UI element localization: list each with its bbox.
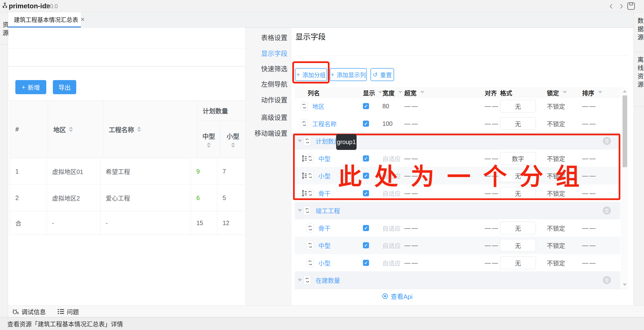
format-select[interactable]: 无 — [500, 187, 536, 200]
filter-caret-icon[interactable] — [563, 91, 567, 93]
sort-icon[interactable] — [231, 142, 235, 148]
visible-checkbox[interactable]: ✓ — [363, 103, 369, 109]
switch-field-icon[interactable] — [307, 223, 314, 232]
switch-field-icon[interactable] — [304, 137, 311, 146]
collapse-caret-icon[interactable] — [298, 140, 302, 142]
field-name-link[interactable]: 中型 — [318, 241, 330, 250]
settings-menu-item-6[interactable]: 高级设置 — [261, 112, 288, 122]
settings-menu-item-5[interactable]: 动作设置 — [261, 95, 288, 104]
collapse-caret-icon[interactable] — [298, 209, 302, 212]
add-display-column-button[interactable]: + 添加显示列 — [330, 68, 367, 81]
switch-field-icon[interactable] — [307, 154, 314, 163]
filter-caret-icon[interactable] — [398, 91, 402, 93]
filter-caret-icon[interactable] — [598, 91, 602, 93]
visible-checkbox[interactable]: ✓ — [363, 242, 369, 249]
field-name-link[interactable]: 小型 — [318, 171, 330, 180]
status-text: 查看资源「建筑工程基本情况汇总表」详情 — [7, 319, 123, 328]
field-name-link[interactable]: 地区 — [312, 102, 324, 110]
format-select[interactable]: 数字 — [500, 152, 536, 165]
delete-group-icon[interactable] — [603, 276, 611, 284]
settings-menu-item-4[interactable]: 左侧导航 — [261, 79, 288, 89]
add-group-button[interactable]: + 添加分组 — [295, 68, 327, 81]
app-name: primeton-ide — [9, 2, 50, 10]
scroll-down-icon[interactable] — [623, 284, 627, 286]
group-name-link[interactable]: 在建数量 — [316, 276, 340, 285]
delete-group-icon[interactable] — [603, 207, 611, 215]
visible-checkbox[interactable]: ✓ — [363, 173, 369, 179]
plus-icon: + — [331, 71, 334, 78]
sort-icon[interactable] — [207, 142, 211, 148]
format-select[interactable]: 无 — [500, 100, 536, 112]
nav-back-icon[interactable] — [608, 3, 614, 9]
align-value: —— — [485, 190, 499, 197]
field-group-row: 在建数量 — [295, 271, 620, 289]
field-name-link[interactable]: 骨干 — [318, 189, 330, 198]
visible-checkbox[interactable]: ✓ — [363, 120, 369, 127]
preview-divider-1 — [8, 48, 246, 48]
list-icon — [58, 308, 64, 315]
visible-checkbox[interactable]: ✓ — [363, 155, 369, 161]
delete-group-icon[interactable] — [603, 137, 611, 145]
format-select[interactable]: 无 — [500, 117, 536, 130]
debug-info-tab[interactable]: 调试信息 — [12, 307, 46, 316]
width-value: 自适应 — [382, 171, 401, 180]
switch-field-icon[interactable] — [307, 241, 314, 250]
right-rail-offline-resources[interactable]: 离线资源 — [636, 56, 644, 90]
reset-button[interactable]: ↺ 重置 — [370, 68, 394, 81]
config-scrollbar[interactable] — [622, 87, 628, 289]
header-project: 工程名称 — [104, 100, 197, 158]
add-row-button[interactable]: + 新增 — [15, 80, 46, 94]
filter-caret-icon[interactable] — [378, 91, 382, 93]
switch-field-icon[interactable] — [304, 206, 311, 215]
left-rail-divider — [0, 44, 8, 44]
export-button[interactable]: 导出 — [53, 80, 76, 94]
field-name-link[interactable]: 小型 — [318, 259, 330, 267]
format-select[interactable]: 无 — [500, 239, 536, 252]
switch-field-icon[interactable] — [304, 276, 311, 285]
visible-checkbox[interactable]: ✓ — [363, 225, 369, 231]
preview-cell: 7 — [217, 158, 246, 184]
switch-field-icon[interactable] — [307, 171, 314, 180]
settings-menu-item-7[interactable]: 移动端设置 — [254, 128, 288, 138]
nav-forward-icon[interactable] — [618, 3, 624, 9]
scroll-up-icon[interactable] — [623, 90, 627, 92]
right-rail-divider-2 — [634, 107, 644, 107]
problems-tab[interactable]: 问题 — [58, 307, 79, 316]
reset-icon: ↺ — [373, 71, 378, 78]
save-icon[interactable] — [627, 2, 635, 10]
group-name-link[interactable]: 竣工工程 — [316, 206, 340, 215]
sort-icon[interactable] — [137, 127, 141, 132]
tab-summary-table[interactable]: 建筑工程基本情况汇总表 × — [8, 12, 81, 27]
filter-caret-icon[interactable] — [420, 91, 424, 93]
title-bar: primeton-ide 1.0.0 — [0, 0, 644, 12]
settings-menu-item-1[interactable]: 表格设置 — [261, 33, 288, 42]
settings-menu-item-2[interactable]: 显示字段 — [261, 48, 288, 58]
left-rail: 资源 — [0, 12, 8, 317]
field-name-link[interactable]: 骨干 — [318, 224, 330, 232]
switch-field-icon[interactable] — [307, 189, 314, 198]
view-api-link[interactable]: 查看Api — [382, 292, 412, 301]
header-index: # — [10, 100, 48, 158]
collapse-caret-icon[interactable] — [298, 279, 302, 282]
scrollbar-thumb[interactable] — [622, 95, 627, 167]
settings-menu-item-3[interactable]: 快速筛选 — [261, 64, 288, 73]
preview-table-row: 2虚拟地区2爱心工程65 — [10, 184, 246, 211]
field-name-link[interactable]: 中型 — [318, 154, 330, 163]
visible-checkbox[interactable]: ✓ — [363, 260, 369, 266]
field-name-link[interactable]: 工程名称 — [312, 119, 336, 128]
switch-field-icon[interactable] — [300, 119, 308, 128]
right-rail-datasource[interactable]: 数据源 — [636, 17, 644, 42]
switch-field-icon[interactable] — [300, 102, 308, 111]
lock-value: 不锁定 — [547, 171, 565, 180]
format-select[interactable]: 无 — [500, 169, 536, 182]
tab-close-icon[interactable]: × — [80, 16, 84, 23]
align-value: —— — [485, 172, 499, 179]
preview-table: # 地区 工程名称 计划数量 中型 小型 — [10, 100, 246, 235]
format-select[interactable]: 无 — [500, 257, 536, 269]
switch-field-icon[interactable] — [307, 258, 314, 267]
visible-checkbox[interactable]: ✓ — [363, 190, 369, 196]
format-select[interactable]: 无 — [500, 222, 536, 234]
sort-icon[interactable] — [69, 127, 73, 132]
tab-title: 建筑工程基本情况汇总表 — [14, 15, 78, 23]
preview-cell: 9 — [191, 158, 217, 184]
